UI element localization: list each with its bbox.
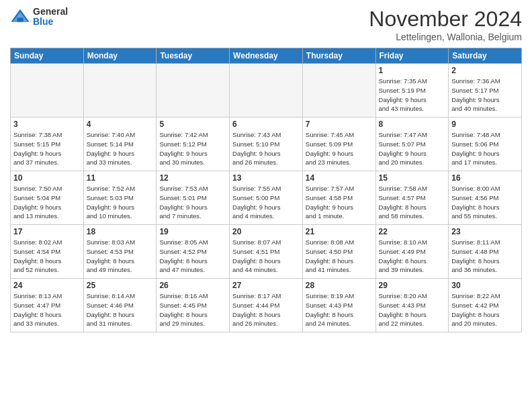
- day-info: Sunrise: 8:16 AM Sunset: 4:45 PM Dayligh…: [159, 291, 226, 328]
- calendar-table: Sunday Monday Tuesday Wednesday Thursday…: [10, 48, 522, 332]
- logo-general-text: General: [33, 7, 68, 17]
- day-number: 24: [13, 281, 81, 290]
- day-info: Sunrise: 8:08 AM Sunset: 4:50 PM Dayligh…: [306, 238, 373, 275]
- calendar-cell: 26Sunrise: 8:16 AM Sunset: 4:45 PM Dayli…: [157, 279, 230, 332]
- day-number: 5: [159, 120, 226, 129]
- day-number: 13: [232, 173, 300, 183]
- header-monday: Monday: [83, 48, 157, 64]
- day-number: 15: [379, 173, 446, 183]
- day-info: Sunrise: 7:45 AM Sunset: 5:09 PM Dayligh…: [306, 130, 373, 167]
- calendar-week-1: 3Sunrise: 7:38 AM Sunset: 5:15 PM Daylig…: [11, 118, 522, 171]
- day-info: Sunrise: 7:52 AM Sunset: 5:03 PM Dayligh…: [87, 184, 154, 221]
- month-title: November 2024: [369, 7, 522, 32]
- header-row: Sunday Monday Tuesday Wednesday Thursday…: [11, 48, 522, 64]
- title-area: November 2024 Lettelingen, Wallonia, Bel…: [369, 7, 522, 42]
- day-info: Sunrise: 8:07 AM Sunset: 4:51 PM Dayligh…: [232, 238, 300, 275]
- calendar-cell: 25Sunrise: 8:14 AM Sunset: 4:46 PM Dayli…: [83, 279, 157, 332]
- calendar-cell: 19Sunrise: 8:05 AM Sunset: 4:52 PM Dayli…: [157, 225, 230, 279]
- day-info: Sunrise: 8:00 AM Sunset: 4:56 PM Dayligh…: [451, 184, 519, 221]
- day-number: 21: [306, 227, 373, 236]
- calendar-cell: 21Sunrise: 8:08 AM Sunset: 4:50 PM Dayli…: [302, 225, 375, 279]
- calendar-cell: [11, 64, 84, 118]
- header-tuesday: Tuesday: [157, 48, 230, 64]
- day-info: Sunrise: 7:47 AM Sunset: 5:07 PM Dayligh…: [379, 130, 446, 167]
- header-sunday: Sunday: [11, 48, 84, 64]
- calendar-cell: 23Sunrise: 8:11 AM Sunset: 4:48 PM Dayli…: [449, 225, 522, 279]
- calendar-cell: 22Sunrise: 8:10 AM Sunset: 4:49 PM Dayli…: [375, 225, 449, 279]
- calendar-cell: 24Sunrise: 8:13 AM Sunset: 4:47 PM Dayli…: [11, 279, 84, 332]
- day-info: Sunrise: 7:38 AM Sunset: 5:15 PM Dayligh…: [13, 130, 81, 167]
- calendar-week-0: 1Sunrise: 7:35 AM Sunset: 5:19 PM Daylig…: [11, 64, 522, 118]
- calendar-cell: 4Sunrise: 7:40 AM Sunset: 5:14 PM Daylig…: [83, 118, 157, 171]
- day-info: Sunrise: 7:55 AM Sunset: 5:00 PM Dayligh…: [232, 184, 300, 221]
- day-info: Sunrise: 7:35 AM Sunset: 5:19 PM Dayligh…: [379, 77, 446, 113]
- calendar-cell: 20Sunrise: 8:07 AM Sunset: 4:51 PM Dayli…: [230, 225, 303, 279]
- calendar-cell: 16Sunrise: 8:00 AM Sunset: 4:56 PM Dayli…: [449, 171, 522, 225]
- day-info: Sunrise: 7:57 AM Sunset: 4:58 PM Dayligh…: [306, 184, 373, 221]
- day-number: 1: [379, 66, 446, 75]
- day-number: 20: [232, 227, 300, 236]
- page: General Blue November 2024 Lettelingen, …: [0, 0, 532, 411]
- day-number: 26: [159, 281, 226, 290]
- day-number: 16: [451, 173, 519, 183]
- day-number: 30: [451, 281, 519, 290]
- calendar-week-3: 17Sunrise: 8:02 AM Sunset: 4:54 PM Dayli…: [11, 225, 522, 279]
- day-number: 9: [451, 120, 519, 129]
- day-number: 3: [13, 120, 81, 129]
- logo-text: General Blue: [33, 7, 68, 28]
- location: Lettelingen, Wallonia, Belgium: [369, 32, 522, 42]
- calendar-cell: 6Sunrise: 7:43 AM Sunset: 5:10 PM Daylig…: [230, 118, 303, 171]
- logo-blue-text: Blue: [33, 17, 68, 27]
- header: General Blue November 2024 Lettelingen, …: [10, 7, 522, 42]
- calendar-header: Sunday Monday Tuesday Wednesday Thursday…: [11, 48, 522, 64]
- day-number: 8: [379, 120, 446, 129]
- day-number: 12: [159, 173, 226, 183]
- day-info: Sunrise: 7:50 AM Sunset: 5:04 PM Dayligh…: [13, 184, 81, 221]
- logo: General Blue: [10, 7, 68, 28]
- header-friday: Friday: [375, 48, 449, 64]
- day-info: Sunrise: 8:20 AM Sunset: 4:43 PM Dayligh…: [379, 291, 446, 328]
- calendar-cell: [157, 64, 230, 118]
- day-number: 11: [87, 173, 154, 183]
- calendar-cell: 15Sunrise: 7:58 AM Sunset: 4:57 PM Dayli…: [375, 171, 449, 225]
- calendar-cell: 14Sunrise: 7:57 AM Sunset: 4:58 PM Dayli…: [302, 171, 375, 225]
- day-info: Sunrise: 8:11 AM Sunset: 4:48 PM Dayligh…: [451, 238, 519, 275]
- day-info: Sunrise: 8:14 AM Sunset: 4:46 PM Dayligh…: [87, 291, 154, 328]
- day-info: Sunrise: 7:36 AM Sunset: 5:17 PM Dayligh…: [451, 77, 519, 113]
- day-info: Sunrise: 8:22 AM Sunset: 4:42 PM Dayligh…: [451, 291, 519, 328]
- calendar-cell: 7Sunrise: 7:45 AM Sunset: 5:09 PM Daylig…: [302, 118, 375, 171]
- day-number: 7: [306, 120, 373, 129]
- day-number: 6: [232, 120, 300, 129]
- calendar-cell: 30Sunrise: 8:22 AM Sunset: 4:42 PM Dayli…: [449, 279, 522, 332]
- calendar-cell: 2Sunrise: 7:36 AM Sunset: 5:17 PM Daylig…: [449, 64, 522, 118]
- day-info: Sunrise: 8:10 AM Sunset: 4:49 PM Dayligh…: [379, 238, 446, 275]
- calendar-cell: 27Sunrise: 8:17 AM Sunset: 4:44 PM Dayli…: [230, 279, 303, 332]
- day-number: 2: [451, 66, 519, 75]
- calendar-week-2: 10Sunrise: 7:50 AM Sunset: 5:04 PM Dayli…: [11, 171, 522, 225]
- calendar-body: 1Sunrise: 7:35 AM Sunset: 5:19 PM Daylig…: [11, 64, 522, 332]
- calendar-cell: 11Sunrise: 7:52 AM Sunset: 5:03 PM Dayli…: [83, 171, 157, 225]
- day-number: 14: [306, 173, 373, 183]
- day-info: Sunrise: 8:03 AM Sunset: 4:53 PM Dayligh…: [87, 238, 154, 275]
- calendar-cell: 10Sunrise: 7:50 AM Sunset: 5:04 PM Dayli…: [11, 171, 84, 225]
- day-number: 19: [159, 227, 226, 236]
- day-info: Sunrise: 7:48 AM Sunset: 5:06 PM Dayligh…: [451, 130, 519, 167]
- day-number: 4: [87, 120, 154, 129]
- day-info: Sunrise: 8:17 AM Sunset: 4:44 PM Dayligh…: [232, 291, 300, 328]
- calendar-cell: 28Sunrise: 8:19 AM Sunset: 4:43 PM Dayli…: [302, 279, 375, 332]
- day-info: Sunrise: 8:13 AM Sunset: 4:47 PM Dayligh…: [13, 291, 81, 328]
- day-number: 17: [13, 227, 81, 236]
- calendar-cell: [83, 64, 157, 118]
- day-info: Sunrise: 7:58 AM Sunset: 4:57 PM Dayligh…: [379, 184, 446, 221]
- calendar-week-4: 24Sunrise: 8:13 AM Sunset: 4:47 PM Dayli…: [11, 279, 522, 332]
- header-thursday: Thursday: [302, 48, 375, 64]
- day-info: Sunrise: 7:53 AM Sunset: 5:01 PM Dayligh…: [159, 184, 226, 221]
- calendar-cell: 12Sunrise: 7:53 AM Sunset: 5:01 PM Dayli…: [157, 171, 230, 225]
- calendar-cell: 17Sunrise: 8:02 AM Sunset: 4:54 PM Dayli…: [11, 225, 84, 279]
- calendar-cell: 1Sunrise: 7:35 AM Sunset: 5:19 PM Daylig…: [375, 64, 449, 118]
- svg-rect-2: [17, 18, 24, 22]
- day-number: 23: [451, 227, 519, 236]
- calendar-cell: 5Sunrise: 7:42 AM Sunset: 5:12 PM Daylig…: [157, 118, 230, 171]
- calendar-cell: 13Sunrise: 7:55 AM Sunset: 5:00 PM Dayli…: [230, 171, 303, 225]
- logo-icon: [10, 7, 30, 27]
